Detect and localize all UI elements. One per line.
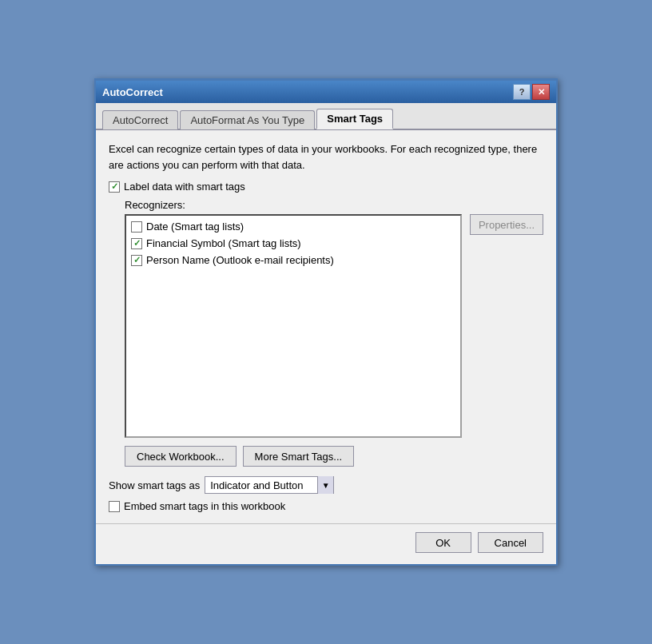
close-button[interactable]: ✕ bbox=[532, 84, 550, 100]
embed-label: Embed smart tags in this workbook bbox=[124, 500, 285, 512]
dialog-footer: OK Cancel bbox=[96, 523, 556, 564]
cancel-button[interactable]: Cancel bbox=[478, 532, 543, 553]
show-smart-tags-label: Show smart tags as bbox=[109, 479, 200, 491]
tab-autocorrect[interactable]: AutoCorrect bbox=[102, 110, 178, 129]
check-workbook-button[interactable]: Check Workbook... bbox=[125, 446, 237, 467]
recognizer-person: Person Name (Outlook e-mail recipients) bbox=[131, 254, 455, 266]
person-checkbox[interactable] bbox=[131, 255, 142, 266]
show-smart-tags-row: Show smart tags as Indicator and Button … bbox=[109, 476, 543, 494]
label-data-row: Label data with smart tags bbox=[109, 181, 543, 193]
label-data-label: Label data with smart tags bbox=[124, 181, 245, 193]
title-bar-buttons: ? ✕ bbox=[513, 84, 550, 100]
financial-checkbox[interactable] bbox=[131, 238, 142, 249]
help-button[interactable]: ? bbox=[513, 84, 531, 100]
title-bar: AutoCorrect ? ✕ bbox=[96, 81, 556, 103]
dialog-title: AutoCorrect bbox=[102, 86, 163, 98]
show-smart-tags-value: Indicator and Button bbox=[205, 478, 317, 493]
person-label: Person Name (Outlook e-mail recipients) bbox=[146, 254, 334, 266]
recognizers-label: Recognizers: bbox=[125, 199, 543, 211]
recognizers-section: Date (Smart tag lists) Financial Symbol … bbox=[125, 214, 543, 438]
label-data-checkbox[interactable] bbox=[109, 181, 120, 193]
embed-checkbox[interactable] bbox=[109, 501, 120, 512]
ok-button[interactable]: OK bbox=[415, 532, 471, 553]
dropdown-arrow-icon[interactable]: ▼ bbox=[317, 476, 333, 494]
financial-label: Financial Symbol (Smart tag lists) bbox=[146, 237, 301, 249]
tab-bar: AutoCorrect AutoFormat As You Type Smart… bbox=[96, 103, 556, 130]
tab-smart-tags[interactable]: Smart Tags bbox=[316, 109, 393, 129]
recognizer-financial: Financial Symbol (Smart tag lists) bbox=[131, 237, 455, 249]
recognizers-list: Date (Smart tag lists) Financial Symbol … bbox=[125, 214, 462, 438]
action-buttons: Check Workbook... More Smart Tags... bbox=[125, 446, 543, 467]
dialog-body: Excel can recognize certain types of dat… bbox=[96, 130, 556, 523]
properties-button[interactable]: Properties... bbox=[470, 214, 543, 235]
autocorrect-dialog: AutoCorrect ? ✕ AutoCorrect AutoFormat A… bbox=[94, 78, 558, 566]
description-text: Excel can recognize certain types of dat… bbox=[109, 141, 543, 173]
embed-row: Embed smart tags in this workbook bbox=[109, 500, 543, 512]
tab-autoformat[interactable]: AutoFormat As You Type bbox=[180, 110, 315, 129]
date-checkbox[interactable] bbox=[131, 221, 142, 233]
date-label: Date (Smart tag lists) bbox=[146, 221, 244, 233]
more-smart-tags-button[interactable]: More Smart Tags... bbox=[243, 446, 355, 467]
recognizer-date: Date (Smart tag lists) bbox=[131, 221, 455, 233]
show-smart-tags-dropdown[interactable]: Indicator and Button ▼ bbox=[205, 476, 334, 494]
